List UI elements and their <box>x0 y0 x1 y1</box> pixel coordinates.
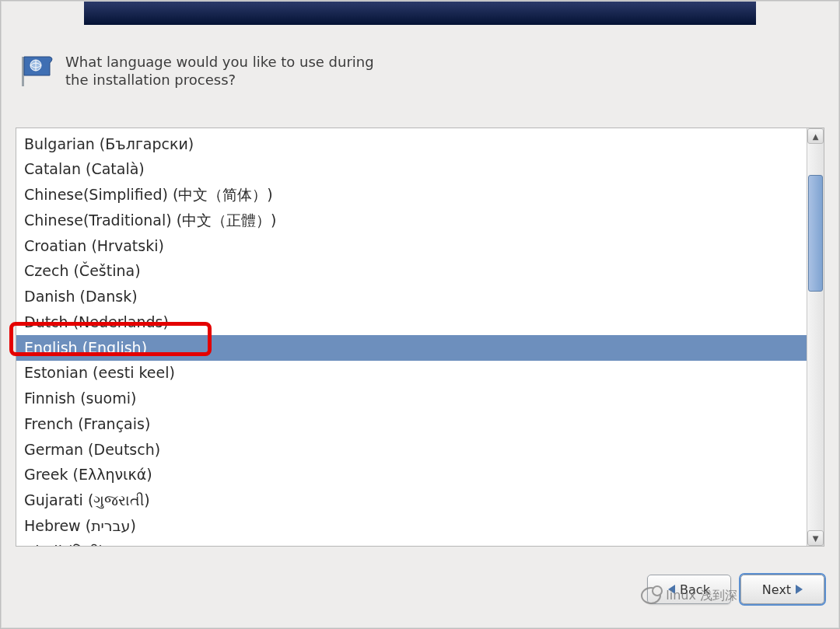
language-flag-icon <box>20 54 54 88</box>
language-option[interactable]: Bulgarian (Български) <box>16 131 807 157</box>
language-option[interactable]: Catalan (Català) <box>16 157 807 183</box>
language-option[interactable]: Danish (Dansk) <box>16 285 807 310</box>
language-option[interactable]: Gujarati (ગુજરાતી) <box>16 488 807 514</box>
language-option[interactable]: Croatian (Hrvatski) <box>16 233 807 259</box>
installer-window: What language would you like to use duri… <box>1 1 839 628</box>
arrow-right-icon <box>796 582 803 597</box>
header-banner <box>84 2 756 25</box>
language-option[interactable]: Hindi (हिन्दी) <box>16 539 807 546</box>
back-button[interactable]: Back <box>647 575 731 604</box>
scroll-up-button[interactable]: ▲ <box>807 128 824 144</box>
language-option[interactable]: German (Deutsch) <box>16 437 807 463</box>
language-option[interactable]: Czech (Čeština) <box>16 259 807 285</box>
footer-buttons: Back Next <box>16 570 824 609</box>
language-list-container: Bulgarian (Български)Catalan (Català)Chi… <box>16 128 824 547</box>
arrow-left-icon <box>668 582 675 597</box>
language-option[interactable]: Chinese(Traditional) (中文（正體）) <box>16 208 807 233</box>
back-button-label: Back <box>680 582 710 597</box>
language-option[interactable]: Estonian (eesti keel) <box>16 361 807 386</box>
scroll-track[interactable] <box>807 144 824 530</box>
language-option[interactable]: Dutch (Nederlands) <box>16 309 807 335</box>
language-option[interactable]: Hebrew (עברית) <box>16 513 807 539</box>
language-option[interactable]: Finnish (suomi) <box>16 386 807 412</box>
language-option[interactable]: Greek (Ελληνικά) <box>16 463 807 488</box>
language-option[interactable]: Chinese(Simplified) (中文（简体）) <box>16 183 807 208</box>
next-button[interactable]: Next <box>740 575 824 604</box>
scroll-down-button[interactable]: ▼ <box>807 530 824 546</box>
scroll-thumb[interactable] <box>808 175 823 292</box>
prompt-text: What language would you like to use duri… <box>65 53 392 89</box>
language-option[interactable]: French (Français) <box>16 411 807 437</box>
vertical-scrollbar[interactable]: ▲ ▼ <box>807 128 824 546</box>
language-listbox[interactable]: Bulgarian (Български)Catalan (Català)Chi… <box>16 128 807 546</box>
next-button-label: Next <box>762 582 791 597</box>
language-option[interactable]: English (English) <box>16 335 807 361</box>
prompt-row: What language would you like to use duri… <box>20 53 392 89</box>
